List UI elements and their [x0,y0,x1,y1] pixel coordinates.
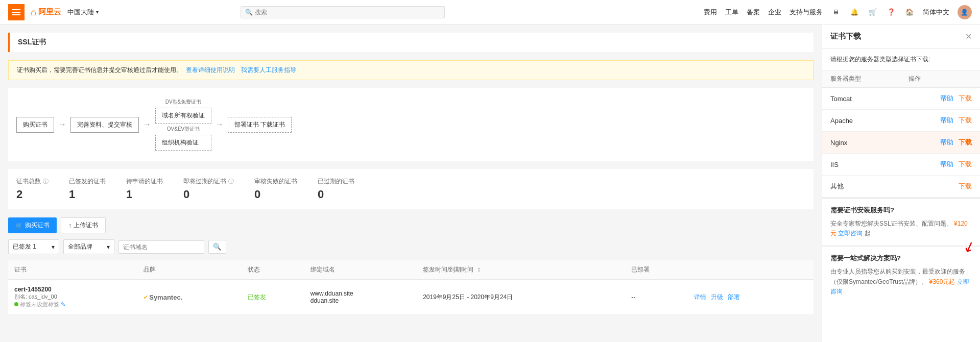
buy-cert-label: 购买证书 [25,221,50,230]
flow-step2: 完善资料、提交审核 [70,117,139,133]
panel-desc: 请根据您的服务器类型选择证书下载: [822,49,980,70]
region-text: 中国大陆 [67,8,94,17]
bell-icon[interactable]: 🔔 [849,7,859,17]
page-title: SSL证书 [18,38,46,47]
domain-search-button[interactable]: 🔍 [208,240,226,254]
cert-deployed-value: -- [631,294,635,301]
status-filter[interactable]: 已签发 1 ▾ [8,239,59,254]
page-title-bar: SSL证书 [8,33,814,52]
region-selector[interactable]: 中国大陆 ▾ [67,8,99,17]
menu-toggle-button[interactable] [8,4,25,20]
edit-tag-icon[interactable]: ✎ [61,301,65,307]
stat-total-value: 2 [16,188,49,201]
stat-expiring-value: 0 [183,188,234,201]
col-domain: 绑定域名 [304,260,417,280]
nav-item-enterprise[interactable]: 企业 [768,8,781,17]
region-arrow-icon: ▾ [96,9,99,15]
info-banner: 证书购买后，需要完善证书信息并提交审核通过后才能使用。 查看详细使用说明 我需要… [8,60,814,80]
server-name-tomcat: Tomcat [822,88,900,110]
upload-cert-label: 上传证书 [74,221,98,230]
stat-expiring-info-icon[interactable]: ⓘ [228,178,234,185]
flow-diagram: 购买证书 → 完善资料、提交审核 → DV型&免费证书 域名所有权验证 OV&E… [8,88,814,161]
info-banner-text: 证书购买后，需要完善证书信息并提交审核通过后才能使用。 [17,66,182,74]
nav-item-beian[interactable]: 备案 [747,8,760,17]
iis-download-link[interactable]: 下载 [959,160,972,168]
nginx-download-link[interactable]: 下载 [959,138,972,146]
iis-help-link[interactable]: 帮助 [940,160,953,168]
apache-help-link[interactable]: 帮助 [940,116,953,124]
server-row-other: 其他 下载 [822,176,980,198]
info-link-detail[interactable]: 查看详细使用说明 [186,66,235,74]
search-input[interactable] [255,9,440,16]
cart-icon[interactable]: 🛒 [868,7,878,17]
server-col-action: 操作 [900,70,980,88]
symantec-brand: ✔ Symantec. [144,294,235,301]
stat-issued-label: 已签发的证书 [69,177,106,186]
col-date: 签发时间/到期时间 ↕ [417,260,625,280]
panel-header: 证书下载 ✕ [822,25,980,49]
server-actions-apache: 帮助 下载 [900,110,980,132]
install-consult-link[interactable]: 立即咨询 [838,230,863,237]
server-table: 服务器类型 操作 Tomcat 帮助 下载 Apache 帮助 下载 [822,70,980,198]
detail-link[interactable]: 详情 [694,294,706,301]
stat-pending-value: 1 [126,188,163,201]
col-actions [688,260,814,280]
stat-total-label: 证书总数 [16,177,41,186]
nav-item-support[interactable]: 支持与服务 [790,8,823,17]
stat-expiring: 即将过期的证书 ⓘ 0 [183,177,234,201]
flow-step3b: 组织机构验证 [155,135,211,151]
domain-filter-input[interactable] [118,240,204,254]
nav-item-ticket[interactable]: 工单 [725,8,738,17]
other-download-link[interactable]: 下载 [959,182,972,190]
tomcat-help-link[interactable]: 帮助 [940,94,953,102]
apache-download-link[interactable]: 下载 [959,116,972,124]
nginx-help-link[interactable]: 帮助 [940,138,953,146]
brand-filter-value: 全部品牌 [68,242,92,251]
info-link-service[interactable]: 我需要人工服务指导 [241,66,296,74]
panel-title: 证书下载 [830,32,861,41]
logo-text: 阿里云 [38,7,61,17]
upload-cert-button[interactable]: ↑ 上传证书 [61,217,106,233]
stats-row: 证书总数 ⓘ 2 已签发的证书 1 待申请的证书 1 即将过期的证书 ⓘ 0 [8,169,814,209]
branch-label1: DV型&免费证书 [155,99,211,106]
cert-domain1: www.dduan.site [310,290,411,297]
one-stop-section: 需要一站式解决方案吗? 由专业人员指导您从购买到安装，最受欢迎的服务（仅限Sym… [822,246,980,304]
user-avatar[interactable]: 👤 [958,5,972,19]
nav-item-cost[interactable]: 费用 [704,8,717,17]
tomcat-download-link[interactable]: 下载 [959,94,972,102]
filter-row: 已签发 1 ▾ 全部品牌 ▾ 🔍 [8,239,814,254]
deploy-link[interactable]: 部署 [728,294,740,301]
stat-expired: 已过期的证书 0 [318,177,354,201]
cert-tag: 标签未设置标签 ✎ [14,301,131,308]
home-icon[interactable]: 🏠 [904,7,915,17]
cert-table: 证书 品牌 状态 绑定域名 签发时间/到期时间 ↕ 已部署 cert-14552… [8,260,814,315]
monitor-icon[interactable]: 🖥 [831,7,841,17]
flow-step1: 购买证书 [16,117,54,133]
table-row: cert-1455200 别名: cas_idv_00 标签未设置标签 ✎ ✔ … [8,280,814,315]
panel-close-button[interactable]: ✕ [965,32,972,41]
upload-btn-icon: ↑ [68,222,71,229]
nav-lang[interactable]: 简体中文 [923,8,949,17]
server-col-type: 服务器类型 [822,70,900,88]
stat-issued: 已签发的证书 1 [69,177,106,201]
stat-total-info-icon[interactable]: ⓘ [43,178,49,185]
help-icon[interactable]: ❓ [886,7,896,17]
brand-filter[interactable]: 全部品牌 ▾ [63,239,114,254]
buy-cert-button[interactable]: 🛒 购买证书 [8,217,57,233]
green-dot-icon [14,302,18,306]
col-deployed: 已部署 [625,260,687,280]
logo-icon: ⌂ [31,6,36,18]
server-name-other: 其他 [822,176,900,198]
sort-icon[interactable]: ↕ [477,266,481,273]
flow-step4: 部署证书 下载证书 [228,117,292,133]
stat-failed: 审核失败的证书 0 [254,177,297,201]
upgrade-link[interactable]: 升级 [711,294,723,301]
install-service-text: 安全专家帮您解决SSL证书安装、配置问题。 ¥120元 立即咨询 起 [830,219,972,238]
stat-expired-label: 已过期的证书 [318,177,354,186]
stat-failed-value: 0 [254,188,297,201]
server-actions-iis: 帮助 下载 [900,154,980,176]
cert-action-cell: 详情 升级 部署 [688,280,814,315]
one-stop-price: ¥360元起 [929,278,957,285]
cert-tag-text: 标签未设置标签 [20,301,61,307]
server-name-iis: IIS [822,154,900,176]
